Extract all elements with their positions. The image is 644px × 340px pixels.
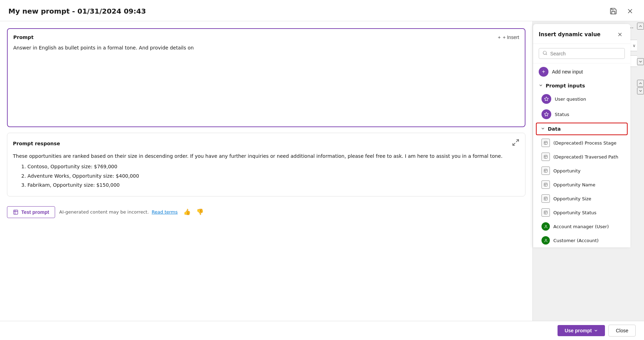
expand-icon <box>512 139 520 146</box>
svg-point-29 <box>545 239 546 240</box>
close-panel-icon <box>617 32 623 37</box>
dynamic-panel-title: Insert dynamic value <box>539 31 600 38</box>
list-item: 1. Contoso, Opportunity size: $769,000 <box>21 163 520 170</box>
data-section-header[interactable]: Data <box>536 123 628 135</box>
main-left: Prompt + + Insert Answer in English as b… <box>0 21 532 321</box>
scroll-down-2-arrow[interactable] <box>637 87 644 94</box>
list-item-user-question[interactable]: User question <box>533 91 630 107</box>
insert-label: + Insert <box>503 34 519 40</box>
opportunity-size-label: Opportunity Size <box>553 196 591 201</box>
list-item-opportunity-status[interactable]: Opportunity Status <box>533 206 630 219</box>
list-item-opportunity-size[interactable]: Opportunity Size <box>533 192 630 206</box>
account-manager-label: Account manager (User) <box>553 224 609 229</box>
test-prompt-button[interactable]: Test prompt <box>7 206 55 218</box>
customer-account-label: Customer (Account) <box>553 238 599 243</box>
scroll-up-arrow[interactable] <box>637 23 644 30</box>
close-icon <box>627 8 634 15</box>
svg-marker-9 <box>544 112 548 116</box>
svg-point-28 <box>545 225 546 226</box>
use-prompt-label: Use prompt <box>565 328 592 333</box>
data-chevron-icon <box>541 126 545 132</box>
list-item-account-manager[interactable]: Account manager (User) <box>533 219 630 233</box>
prompt-text: Answer in English as bullet points in a … <box>13 44 519 121</box>
list-item-deprecated-traversed-path[interactable]: (Deprecated) Traversed Path <box>533 150 630 164</box>
svg-line-7 <box>546 54 547 55</box>
main-container: My new prompt - 01/31/2024 09:43 <box>0 0 644 340</box>
prompt-label: Prompt <box>13 34 33 40</box>
prompt-inputs-section-header[interactable]: Prompt inputs <box>533 80 630 91</box>
scroll-down-1-arrow[interactable] <box>637 58 644 65</box>
deprecated-traversed-path-icon <box>541 153 550 161</box>
search-container <box>533 44 630 63</box>
svg-rect-10 <box>544 141 547 145</box>
close-button[interactable] <box>624 6 636 17</box>
thumbs-up-button[interactable]: 👍 <box>183 208 191 216</box>
list-item-status[interactable]: Status <box>533 107 630 122</box>
response-list: 1. Contoso, Opportunity size: $769,000 2… <box>13 163 520 189</box>
use-prompt-button[interactable]: Use prompt <box>558 325 605 336</box>
user-question-icon <box>541 94 551 104</box>
page-title: My new prompt - 01/31/2024 09:43 <box>8 7 146 15</box>
list-item: 2. Adventure Works, Opportunity size: $4… <box>21 172 520 180</box>
panel-scroll-area[interactable]: + Add new input Prompt inputs <box>533 63 630 247</box>
search-box <box>539 48 625 59</box>
user-question-label: User question <box>555 96 586 102</box>
right-container: ··· ∨ ∨ <box>532 21 644 321</box>
footer-bar: Test prompt AI-generated content may be … <box>7 202 525 219</box>
response-header: Prompt response <box>13 139 520 148</box>
svg-rect-16 <box>544 169 547 172</box>
svg-rect-13 <box>544 155 547 159</box>
search-input[interactable] <box>550 51 621 56</box>
opportunity-name-icon <box>541 180 550 189</box>
svg-rect-25 <box>544 211 547 214</box>
read-terms-link[interactable]: Read terms <box>152 209 177 215</box>
add-input-icon: + <box>539 67 548 77</box>
prompt-inputs-chevron-icon <box>539 83 543 88</box>
test-icon <box>13 209 18 215</box>
close-bottom-button[interactable]: Close <box>608 325 636 337</box>
bottom-action-bar: Use prompt Close <box>0 321 644 340</box>
add-new-input-label: Add new input <box>552 69 583 75</box>
opportunity-name-label: Opportunity Name <box>553 182 596 187</box>
response-section: Prompt response These opportunities are … <box>7 133 525 196</box>
svg-marker-8 <box>544 97 548 101</box>
prompt-inputs-label: Prompt inputs <box>546 83 585 88</box>
ai-notice: AI-generated content may be incorrect. R… <box>59 209 178 215</box>
svg-rect-22 <box>544 197 547 200</box>
header: My new prompt - 01/31/2024 09:43 <box>0 0 644 21</box>
opportunity-label: Opportunity <box>553 168 581 173</box>
opportunity-size-icon <box>541 194 550 203</box>
expand-button[interactable] <box>512 139 520 148</box>
thumbs-down-button[interactable]: 👎 <box>196 208 204 216</box>
save-icon <box>609 7 617 15</box>
content-layout: Prompt + + Insert Answer in English as b… <box>0 21 644 321</box>
insert-plus-icon: + <box>498 34 501 40</box>
close-bottom-label: Close <box>616 328 628 333</box>
opportunity-status-icon <box>541 208 550 217</box>
list-item-opportunity[interactable]: Opportunity <box>533 164 630 178</box>
insert-button[interactable]: + + Insert <box>498 34 519 40</box>
data-section-label: Data <box>548 126 561 132</box>
save-button[interactable] <box>608 6 619 17</box>
close-panel-button[interactable] <box>615 30 625 39</box>
scroll-up-2-arrow[interactable] <box>637 80 644 87</box>
svg-line-2 <box>516 140 518 142</box>
deprecated-process-stage-label: (Deprecated) Process Stage <box>553 140 616 146</box>
list-item-customer-account[interactable]: Customer (Account) <box>533 233 630 247</box>
customer-account-icon <box>541 236 550 245</box>
svg-rect-19 <box>544 183 547 186</box>
response-label: Prompt response <box>13 141 60 146</box>
search-icon <box>543 51 547 56</box>
list-item-deprecated-process-stage[interactable]: (Deprecated) Process Stage <box>533 136 630 150</box>
response-intro: These opportunities are ranked based on … <box>13 152 520 160</box>
header-icons <box>608 6 636 17</box>
response-text: These opportunities are ranked based on … <box>13 152 520 189</box>
list-item-opportunity-name[interactable]: Opportunity Name <box>533 178 630 192</box>
opportunity-icon <box>541 167 550 175</box>
right-scroll-arrows <box>637 21 644 321</box>
prompt-header: Prompt + + Insert <box>13 34 519 40</box>
test-prompt-label: Test prompt <box>21 209 49 215</box>
dynamic-panel-overlay: Insert dynamic value <box>533 21 644 321</box>
list-item: 3. Fabrikam, Opportunity size: $150,000 <box>21 181 520 189</box>
add-new-input-button[interactable]: + Add new input <box>533 63 630 80</box>
